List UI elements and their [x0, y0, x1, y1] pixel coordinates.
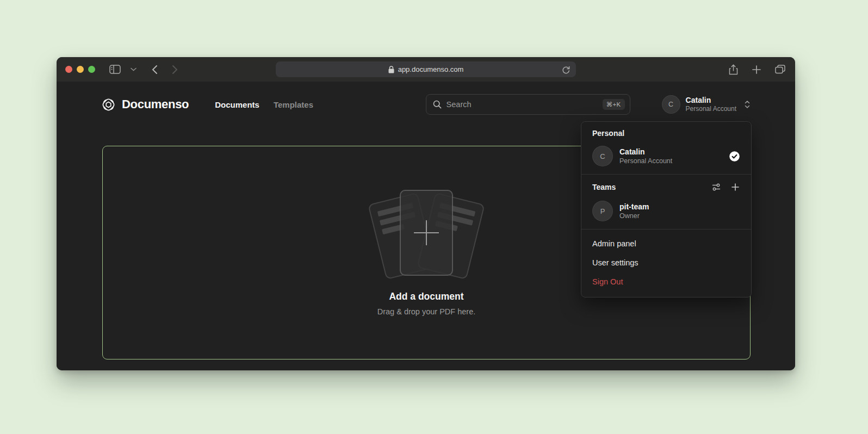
chevrons-up-down-icon [744, 100, 751, 109]
reload-icon[interactable] [561, 65, 571, 76]
new-tab-icon[interactable] [751, 64, 762, 75]
forward-icon[interactable] [171, 64, 179, 76]
personal-account-item[interactable]: C Catalin Personal Account [588, 141, 745, 171]
teams-section-heading: Teams [592, 183, 616, 191]
close-window-button[interactable] [65, 66, 72, 73]
menu-item-user-settings[interactable]: User settings [588, 253, 745, 272]
manage-teams-icon[interactable] [711, 182, 722, 193]
account-dropdown-menu: Personal C Catalin Personal Account [581, 121, 752, 297]
check-circle-icon [729, 151, 740, 162]
sidebar-chevron-down-icon[interactable] [129, 66, 138, 72]
dropzone-title: Add a document [389, 291, 463, 302]
browser-titlebar: app.documenso.com [57, 57, 795, 82]
back-icon[interactable] [151, 64, 159, 76]
avatar: P [592, 201, 613, 221]
search-bar[interactable]: ⌘+K [426, 94, 630, 115]
app-page: Documenso Documents Templates ⌘+K C [57, 82, 795, 370]
nav-templates[interactable]: Templates [274, 100, 313, 109]
search-input[interactable] [447, 100, 603, 109]
tab-overview-icon[interactable] [774, 64, 786, 75]
zoom-window-button[interactable] [88, 66, 95, 73]
search-icon [433, 100, 442, 109]
main-nav: Documents Templates [215, 100, 313, 109]
account-menu-button[interactable]: C Catalin Personal Account [662, 95, 751, 114]
sidebar-toggle-icon[interactable] [108, 64, 122, 75]
browser-window: app.documenso.com [57, 57, 795, 370]
nav-documents[interactable]: Documents [215, 100, 259, 109]
window-controls [65, 66, 95, 73]
plus-icon [414, 220, 439, 245]
team-role: Owner [619, 212, 649, 220]
share-icon[interactable] [728, 63, 739, 76]
personal-section-heading: Personal [588, 126, 745, 141]
avatar: C [662, 95, 680, 114]
brand[interactable]: Documenso [101, 97, 189, 112]
account-name: Catalin [686, 96, 736, 106]
account-item-name: Catalin [619, 147, 672, 157]
lock-icon [388, 66, 394, 73]
menu-item-sign-out[interactable]: Sign Out [588, 272, 745, 291]
account-item-subtitle: Personal Account [619, 157, 672, 165]
dropzone-subtitle: Drag & drop your PDF here. [377, 307, 476, 316]
avatar: C [592, 146, 613, 166]
brand-name: Documenso [122, 97, 189, 111]
minimize-window-button[interactable] [77, 66, 84, 73]
documenso-logo-icon [101, 97, 116, 112]
add-team-icon[interactable] [730, 182, 740, 192]
team-name: pit-team [619, 202, 649, 212]
search-shortcut-badge: ⌘+K [603, 99, 625, 110]
team-item[interactable]: P pit-team Owner [588, 196, 745, 226]
document-stack-illustration [361, 190, 492, 278]
address-text: app.documenso.com [398, 65, 464, 73]
app-header: Documenso Documents Templates ⌘+K C [57, 82, 795, 127]
menu-item-admin-panel[interactable]: Admin panel [588, 234, 745, 253]
add-document-card [400, 190, 453, 276]
address-bar[interactable]: app.documenso.com [276, 61, 576, 77]
account-subtitle: Personal Account [686, 105, 736, 113]
